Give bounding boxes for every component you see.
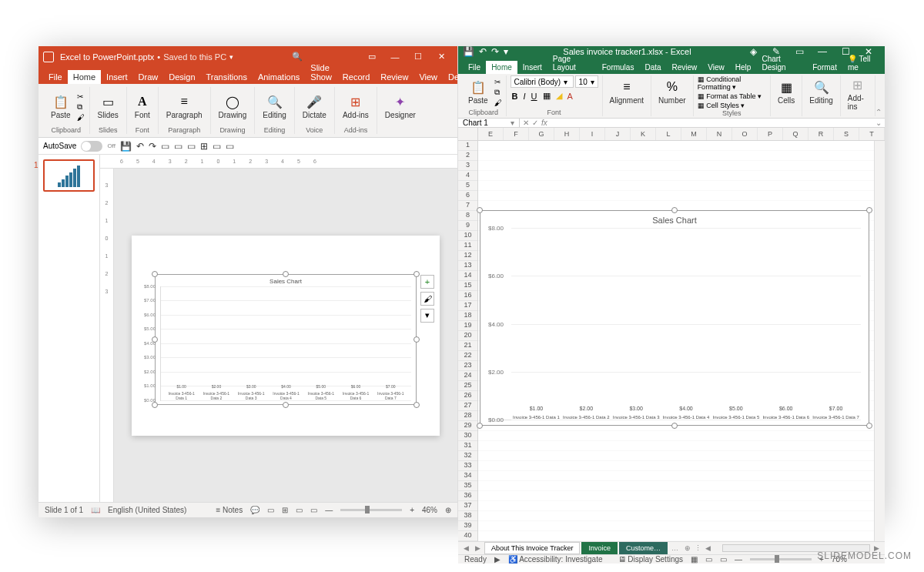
normal-view-icon[interactable]: ▭ (267, 506, 274, 514)
zoom-percent[interactable]: 46% (422, 506, 437, 514)
bold-button[interactable]: B (511, 92, 520, 101)
fx-icon[interactable]: fx (541, 119, 547, 127)
zoom-slider[interactable] (340, 509, 402, 511)
page-break-icon[interactable]: ▭ (720, 555, 727, 564)
pp-tab-file[interactable]: File (43, 70, 68, 84)
font-size-selector[interactable]: 10▾ (575, 75, 598, 88)
resize-handle[interactable] (283, 402, 289, 408)
resize-handle[interactable] (866, 423, 872, 429)
underline-button[interactable]: U (530, 92, 539, 101)
pp-tab-design[interactable]: Design (163, 70, 200, 84)
notes-button[interactable]: ≡ Notes (216, 506, 243, 514)
new-sheet-icon[interactable]: ⊕ (682, 544, 693, 552)
sheet-tab-about[interactable]: About This Invoice Tracker (484, 542, 580, 554)
enter-formula-icon[interactable]: ✓ (532, 119, 538, 127)
slide-thumbnail-1[interactable]: 1 (43, 159, 95, 192)
copy-icon[interactable]: ⧉ (494, 88, 502, 97)
resize-handle[interactable] (477, 423, 483, 429)
resize-handle[interactable] (477, 207, 483, 213)
format-painter-icon[interactable]: 🖌 (494, 99, 502, 107)
redo-icon[interactable]: ↷ (149, 141, 156, 152)
italic-button[interactable]: I (522, 92, 527, 101)
qat-icon-1[interactable]: ▭ (161, 141, 169, 152)
sorter-view-icon[interactable]: ⊞ (282, 506, 288, 514)
normal-view-icon[interactable]: ▦ (691, 555, 698, 564)
chart-elements-button[interactable]: + (420, 275, 434, 289)
cancel-formula-icon[interactable]: ✕ (523, 119, 529, 127)
fill-color-button[interactable]: ◢ (554, 91, 564, 101)
xl-addins-button[interactable]: ⊞Add-ins (845, 75, 871, 112)
chart-title[interactable]: Sales Chart (160, 278, 411, 285)
sheet-nav-next-icon[interactable]: ▶ (473, 544, 483, 552)
xl-tab-page-layout[interactable]: Page Layout (547, 52, 597, 74)
minimize-button[interactable]: — (383, 52, 407, 62)
alignment-button[interactable]: ≡Alignment (607, 78, 647, 106)
font-button[interactable]: AFont (132, 92, 153, 121)
xl-tab-help[interactable]: Help (730, 61, 757, 74)
pp-tab-slide-show[interactable]: Slide Show (305, 61, 337, 84)
xl-tab-review[interactable]: Review (667, 61, 703, 74)
name-box[interactable]: Chart 1 ▾ (458, 119, 520, 127)
conditional-formatting-button[interactable]: ▦ Conditional Formatting ▾ (698, 75, 766, 91)
ribbon-display-icon[interactable]: ▭ (360, 52, 383, 62)
redo-icon[interactable]: ↷ (491, 46, 499, 57)
page-layout-icon[interactable]: ▭ (705, 555, 712, 564)
minimize-button[interactable]: — (811, 46, 834, 57)
accessibility-button[interactable]: ♿ Accessibility: Investigate (508, 555, 603, 564)
pp-tab-review[interactable]: Review (375, 70, 413, 84)
qat-icon-5[interactable]: ▭ (213, 141, 221, 152)
xl-chart-title[interactable]: Sales Chart (488, 216, 861, 225)
macro-icon[interactable]: ▶ (494, 555, 500, 564)
xl-editing-button[interactable]: 🔍Editing (806, 78, 836, 106)
border-button[interactable]: ▦ (541, 91, 552, 101)
chevron-down-icon[interactable]: ▾ (229, 53, 233, 61)
pp-tab-animations[interactable]: Animations (253, 70, 305, 84)
xl-tab-data[interactable]: Data (639, 61, 666, 74)
paste-button[interactable]: 📋Paste (48, 92, 74, 121)
excel-chart-object[interactable]: Sales Chart $0.00$2.00$4.00$6.00$8.00$1.… (480, 210, 869, 426)
expand-formula-bar-icon[interactable]: ⌄ (872, 119, 885, 127)
addins-button[interactable]: ⊞Add-ins (340, 92, 372, 121)
select-all-cell[interactable] (458, 128, 478, 141)
designer-button[interactable]: ✦Designer (382, 92, 419, 121)
resize-handle[interactable] (413, 336, 420, 343)
xl-tab-formulas[interactable]: Formulas (597, 61, 640, 74)
editing-button[interactable]: 🔍Editing (259, 92, 290, 121)
xl-tab-view[interactable]: View (702, 61, 730, 74)
save-icon[interactable]: 💾 (463, 46, 474, 57)
sheet-tab-customer[interactable]: Custome… (619, 542, 668, 554)
pp-tab-home[interactable]: Home (68, 70, 101, 84)
autosave-toggle[interactable] (81, 141, 102, 152)
worksheet-grid[interactable]: Sales Chart $0.00$2.00$4.00$6.00$8.00$1.… (478, 141, 874, 541)
selected-chart-object[interactable]: + 🖌 ▾ Sales Chart $0.00$1.00$2.00$3.00$4… (155, 274, 417, 405)
fit-to-window-icon[interactable]: ⊕ (445, 506, 451, 514)
xl-zoom-slider[interactable] (750, 558, 812, 560)
spellcheck-icon[interactable]: 📖 (91, 506, 100, 514)
save-icon[interactable]: 💾 (120, 141, 132, 152)
cut-icon[interactable]: ✂ (494, 78, 502, 86)
font-name-selector[interactable]: Calibri (Body)▾ (511, 75, 574, 88)
resize-handle[interactable] (283, 271, 289, 277)
maximize-button[interactable]: ☐ (407, 52, 430, 62)
slides-button[interactable]: ▭Slides (95, 92, 122, 121)
vertical-scrollbar[interactable] (874, 141, 885, 541)
sheet-nav-prev-icon[interactable]: ◀ (461, 544, 471, 552)
drawing-button[interactable]: ◯Drawing (216, 92, 250, 121)
close-button[interactable]: ✕ (430, 52, 453, 62)
xl-paste-button[interactable]: 📋Paste (465, 78, 491, 106)
paragraph-button[interactable]: ≡Paragraph (163, 92, 206, 121)
cell-styles-button[interactable]: ▦ Cell Styles ▾ (698, 102, 766, 109)
format-as-table-button[interactable]: ▦ Format as Table ▾ (698, 92, 766, 100)
xl-tab-file[interactable]: File (463, 61, 486, 74)
row-headers[interactable]: 1234567891011121314151617181920212223242… (458, 141, 478, 541)
dictate-button[interactable]: 🎤Dictate (300, 92, 330, 121)
language-indicator[interactable]: English (United States) (108, 506, 186, 514)
chart-plot-area[interactable]: $0.00$1.00$2.00$3.00$4.00$5.00$6.00$7.00… (160, 286, 411, 401)
qat-icon-6[interactable]: ▭ (226, 141, 234, 152)
resize-handle[interactable] (671, 423, 678, 429)
cells-button[interactable]: ▦Cells (775, 78, 798, 106)
copy-icon[interactable]: ⧉ (77, 102, 85, 112)
resize-handle[interactable] (671, 207, 678, 213)
slide-canvas[interactable]: + 🖌 ▾ Sales Chart $0.00$1.00$2.00$3.00$4… (132, 236, 440, 436)
reading-view-icon[interactable]: ▭ (296, 506, 303, 514)
